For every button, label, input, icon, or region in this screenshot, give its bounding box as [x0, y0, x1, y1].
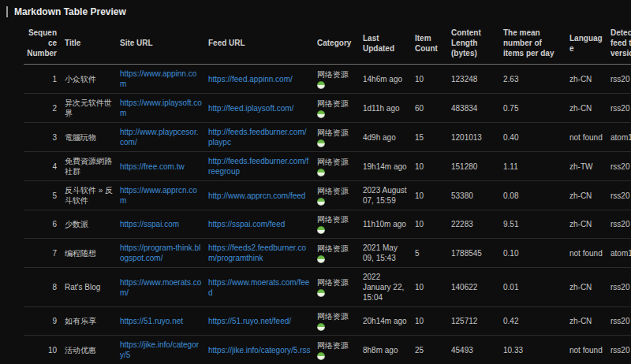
feed-type-cell: rss20	[609, 210, 631, 239]
last-updated-cell: 8h8m ago	[361, 336, 413, 364]
feed-type-cell: rss20	[609, 94, 631, 123]
feed-url-link[interactable]: http://feeds.feedburner.com/playpc	[208, 128, 307, 147]
category-cell: 网络资源	[316, 181, 361, 210]
item-count-cell: 5	[413, 239, 450, 268]
markdown-preview-pane: Markdown Table Preview Sequence NumberTi…	[0, 0, 631, 364]
last-updated-cell: 11h10m ago	[361, 210, 413, 239]
feed-url-link[interactable]: https://51.ruyo.net/feed/	[208, 317, 291, 325]
content-length-cell: 45493	[450, 336, 502, 364]
content-length-cell: 123248	[450, 65, 502, 94]
category-label: 网络资源	[317, 157, 349, 167]
feed-url-link[interactable]: https://feeds2.feedburner.com/programthi…	[208, 243, 306, 262]
column-header-feed_type: Detected feed type version	[609, 24, 631, 65]
feed-url-link[interactable]: https://feed.appinn.com/	[208, 75, 293, 84]
category-tag: 网络资源	[317, 69, 357, 89]
mean-items-cell: 9.51	[502, 210, 568, 239]
green-ball-icon	[317, 352, 325, 360]
item-count-cell: 10	[413, 307, 450, 336]
mean-items-cell: 10.33	[502, 336, 568, 364]
site-url-link[interactable]: https://jike.info/category/5	[120, 340, 199, 359]
table-row: 6少数派https://sspai.comhttps://sspai.com/f…	[24, 210, 631, 239]
seq-cell: 8	[24, 268, 63, 307]
language-cell: zh-CN	[568, 307, 609, 336]
category-cell: 网络资源	[316, 239, 361, 268]
language-cell: zh-CN	[568, 65, 609, 94]
category-tag: 网络资源	[317, 157, 357, 176]
title-cell: 少数派	[63, 210, 118, 239]
last-updated-cell: 2021 May 09, 15:43	[361, 239, 413, 268]
title-cell: 异次元软件世界	[63, 94, 118, 123]
feed-type-cell: atom10	[609, 123, 631, 152]
title-cell: Rat's Blog	[63, 268, 118, 307]
column-header-category: Category	[316, 24, 361, 65]
feed-url-link[interactable]: https://jike.info/category/5.rss	[208, 346, 311, 355]
content-length-cell: 22283	[450, 210, 502, 239]
mean-items-cell: 1.11	[502, 152, 568, 181]
feed-url-link[interactable]: https://sspai.com/feed	[208, 220, 285, 228]
feed-type-cell: rss20	[609, 181, 631, 210]
category-label: 网络资源	[317, 128, 349, 138]
green-ball-icon	[317, 323, 325, 331]
language-cell: not found	[568, 239, 609, 268]
green-ball-icon	[317, 139, 325, 147]
site-url-link[interactable]: https://51.ruyo.net	[120, 317, 183, 325]
site-url-link[interactable]: https://www.moerats.com/	[120, 278, 201, 297]
category-cell: 网络资源	[316, 268, 361, 307]
content-length-cell: 1201013	[450, 123, 502, 152]
feed-url-cell: https://51.ruyo.net/feed/	[207, 307, 316, 336]
feed-table-body: 1小众软件https://www.appinn.comhttps://feed.…	[24, 65, 631, 364]
item-count-cell: 10	[413, 152, 450, 181]
site-url-link[interactable]: http://www.playpcesor.com/	[120, 128, 199, 147]
feed-url-cell: https://feeds2.feedburner.com/programthi…	[207, 239, 316, 268]
mean-items-cell: 0.08	[502, 181, 568, 210]
seq-cell: 2	[24, 94, 63, 123]
feed-url-link[interactable]: http://feed.iplaysoft.com/	[208, 104, 293, 113]
mean-items-cell: 0.40	[502, 123, 568, 152]
feed-url-link[interactable]: https://www.moerats.com/feed	[208, 278, 309, 297]
category-label: 网络资源	[317, 340, 349, 351]
feed-type-cell: rss20	[609, 307, 631, 336]
green-ball-icon	[317, 255, 325, 263]
table-row: 1小众软件https://www.appinn.comhttps://feed.…	[24, 65, 631, 94]
site-url-link[interactable]: https://sspai.com	[120, 220, 179, 228]
category-cell: 网络资源	[316, 152, 361, 181]
category-label: 网络资源	[317, 214, 349, 225]
category-label: 网络资源	[317, 69, 349, 80]
language-cell: zh-CN	[568, 268, 609, 307]
site-url-link[interactable]: https://free.com.tw	[120, 162, 185, 171]
column-header-site_url: Site URL	[118, 24, 207, 65]
green-ball-icon	[317, 198, 325, 206]
site-url-link[interactable]: https://www.iplaysoft.com	[120, 98, 202, 117]
item-count-cell: 10	[413, 210, 450, 239]
feed-url-link[interactable]: http://www.apprcn.com/feed	[208, 191, 305, 200]
item-count-cell: 10	[413, 268, 450, 307]
mean-items-cell: 0.01	[502, 268, 568, 307]
site-url-link[interactable]: https://www.apprcn.com	[120, 186, 197, 205]
title-cell: 如有乐享	[63, 307, 118, 336]
category-tag: 网络资源	[317, 277, 357, 297]
category-label: 网络资源	[317, 98, 349, 109]
column-header-language: Language	[568, 24, 609, 65]
mean-items-cell: 0.75	[502, 94, 568, 123]
category-tag: 网络资源	[317, 128, 357, 147]
page-title: Markdown Table Preview	[6, 6, 626, 17]
site-url-link[interactable]: https://program-think.blogspot.com/	[120, 243, 200, 262]
table-row: 8Rat's Bloghttps://www.moerats.com/https…	[24, 268, 631, 307]
table-row: 5反斗软件 » 反斗软件https://www.apprcn.comhttp:/…	[24, 181, 631, 210]
table-header-row: Sequence NumberTitleSite URLFeed URLCate…	[24, 24, 631, 65]
content-length-cell: 53380	[450, 181, 502, 210]
category-cell: 网络资源	[316, 94, 361, 123]
category-tag: 网络资源	[317, 243, 357, 263]
site-url-cell: https://free.com.tw	[118, 152, 207, 181]
feed-url-link[interactable]: http://feeds.feedburner.com/freegroup	[208, 157, 308, 176]
site-url-link[interactable]: https://www.appinn.com	[120, 69, 196, 88]
category-cell: 网络资源	[316, 123, 361, 152]
site-url-cell: https://sspai.com	[118, 210, 207, 239]
column-header-mean_items: The mean number of items per day	[502, 24, 568, 65]
item-count-cell: 25	[413, 336, 450, 364]
table-row: 9如有乐享https://51.ruyo.nethttps://51.ruyo.…	[24, 307, 631, 336]
site-url-cell: https://www.iplaysoft.com	[118, 94, 207, 123]
title-cell: 反斗软件 » 反斗软件	[63, 181, 118, 210]
table-row: 10活动优惠https://jike.info/category/5https:…	[24, 336, 631, 364]
feed-type-cell: rss20	[609, 65, 631, 94]
